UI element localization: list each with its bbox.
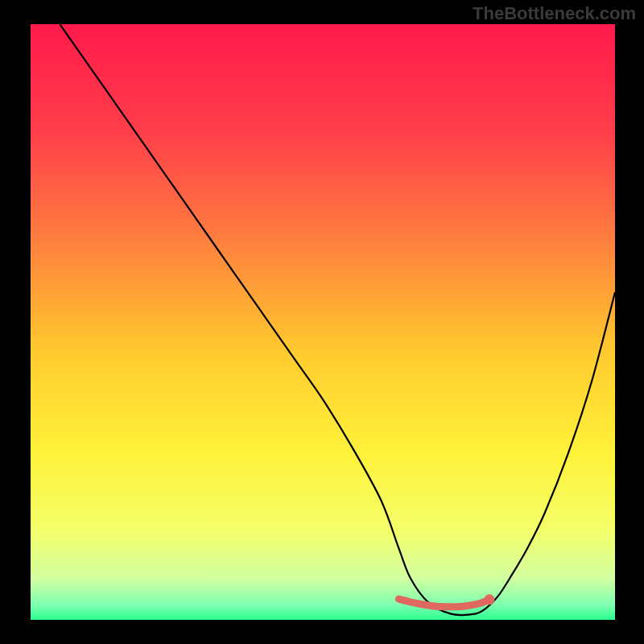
plot-background: [31, 24, 615, 620]
watermark-text: TheBottleneck.com: [473, 3, 636, 24]
highlight-endpoint: [484, 594, 494, 605]
bottleneck-chart: [0, 0, 644, 644]
chart-frame: TheBottleneck.com: [0, 0, 644, 644]
